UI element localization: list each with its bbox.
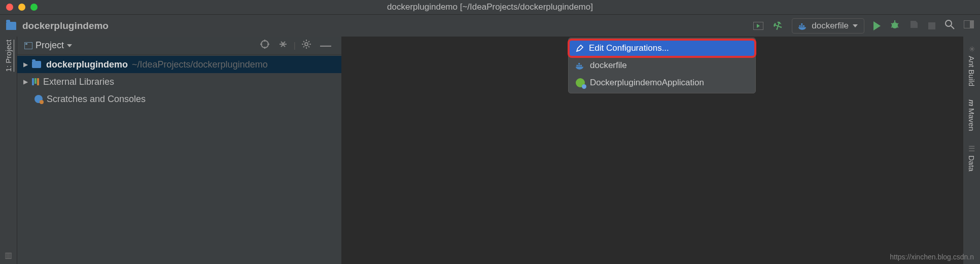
svg-rect-21 bbox=[25, 43, 27, 45]
svg-rect-15 bbox=[970, 20, 974, 28]
tool-database-tab[interactable]: ☰Data bbox=[967, 144, 976, 172]
svg-rect-4 bbox=[803, 25, 804, 26]
scratches-icon bbox=[34, 95, 43, 103]
expand-arrow-icon[interactable]: ▶ bbox=[23, 78, 28, 85]
collapse-all-icon[interactable] bbox=[275, 40, 291, 51]
spring-boot-icon bbox=[576, 78, 585, 87]
run-config-label: dockerfile bbox=[812, 21, 849, 31]
svg-rect-2 bbox=[799, 25, 801, 26]
build-icon[interactable]: ⚒ bbox=[773, 21, 783, 31]
project-panel-header: Project | — bbox=[17, 37, 341, 55]
stop-button-icon[interactable] bbox=[928, 22, 935, 29]
project-panel-title[interactable]: Project bbox=[36, 40, 64, 51]
svg-line-33 bbox=[303, 41, 304, 42]
coverage-icon[interactable] bbox=[909, 19, 919, 32]
gear-icon[interactable] bbox=[299, 40, 314, 51]
libraries-icon bbox=[32, 78, 39, 85]
svg-point-28 bbox=[305, 43, 308, 46]
run-config-dropdown: Edit Configurations... dockerfile Docker… bbox=[568, 38, 756, 93]
debug-button-icon[interactable] bbox=[890, 19, 900, 32]
svg-rect-19 bbox=[578, 63, 580, 64]
svg-point-6 bbox=[892, 22, 898, 28]
breadcrumb-project[interactable]: dockerplugindemo bbox=[22, 20, 109, 31]
run-dashboard-icon[interactable] bbox=[753, 21, 763, 31]
chevron-down-icon bbox=[853, 24, 858, 27]
side-panel-icon[interactable] bbox=[964, 20, 974, 31]
scratches-label: Scratches and Consoles bbox=[47, 94, 146, 105]
hide-icon[interactable]: — bbox=[317, 39, 334, 52]
expand-arrow-icon[interactable]: ▶ bbox=[23, 61, 28, 68]
svg-rect-3 bbox=[801, 25, 802, 26]
navigation-bar: dockerplugindemo ⚒ dockerfile bbox=[0, 14, 980, 37]
run-config-item-springapp[interactable]: DockerplugindemoApplication bbox=[569, 74, 755, 91]
svg-point-12 bbox=[946, 20, 952, 26]
docker-icon bbox=[576, 62, 585, 69]
project-tool-window: Project | — ▶ dockerplugindemo ~/IdeaPro… bbox=[17, 37, 342, 264]
run-button-icon[interactable] bbox=[873, 21, 881, 30]
dockerfile-label: dockerfile bbox=[590, 60, 627, 71]
svg-marker-1 bbox=[757, 24, 760, 28]
tree-scratches[interactable]: Scratches and Consoles bbox=[17, 90, 341, 108]
edit-configurations-item[interactable]: Edit Configurations... bbox=[569, 40, 755, 57]
project-tree: ▶ dockerplugindemo ~/IdeaProjects/docker… bbox=[17, 55, 341, 108]
run-config-item-dockerfile[interactable]: dockerfile bbox=[569, 57, 755, 74]
edit-configurations-label: Edit Configurations... bbox=[589, 43, 669, 53]
springapp-label: DockerplugindemoApplication bbox=[590, 78, 704, 88]
pencil-icon bbox=[576, 44, 584, 52]
tool-ant-tab[interactable]: ✳Ant Build bbox=[967, 45, 976, 86]
window-title: dockerplugindemo [~/IdeaProjects/dockerp… bbox=[0, 2, 980, 12]
structure-icon[interactable]: ▥ bbox=[5, 250, 12, 260]
folder-icon bbox=[32, 61, 41, 68]
tree-root-path: ~/IdeaProjects/dockerplugindemo bbox=[132, 59, 268, 70]
tree-root-node[interactable]: ▶ dockerplugindemo ~/IdeaProjects/docker… bbox=[17, 56, 341, 73]
tool-maven-tab[interactable]: mMaven bbox=[967, 100, 976, 131]
docker-icon bbox=[798, 22, 808, 29]
svg-line-34 bbox=[308, 46, 309, 47]
svg-rect-18 bbox=[580, 65, 582, 67]
tree-external-libraries[interactable]: ▶ External Libraries bbox=[17, 73, 341, 90]
title-bar: dockerplugindemo [~/IdeaProjects/dockerp… bbox=[0, 0, 980, 14]
svg-line-36 bbox=[308, 41, 309, 42]
svg-rect-17 bbox=[578, 65, 580, 67]
right-tool-stripe: ✳Ant Build mMaven ☰Data bbox=[963, 37, 980, 264]
project-view-icon bbox=[24, 42, 32, 50]
svg-line-13 bbox=[951, 26, 954, 29]
run-configuration-selector[interactable]: dockerfile bbox=[792, 18, 864, 34]
left-tool-stripe: 1: Project ▥ bbox=[0, 37, 17, 264]
tree-root-name: dockerplugindemo bbox=[46, 59, 128, 70]
external-libraries-label: External Libraries bbox=[43, 77, 114, 87]
svg-rect-16 bbox=[577, 65, 578, 67]
folder-icon bbox=[6, 22, 16, 30]
svg-rect-5 bbox=[801, 23, 802, 25]
chevron-down-icon[interactable] bbox=[67, 44, 72, 47]
tool-project-tab[interactable]: 1: Project bbox=[4, 40, 13, 72]
locate-icon[interactable] bbox=[257, 40, 272, 51]
search-icon[interactable] bbox=[944, 19, 955, 32]
svg-point-22 bbox=[261, 41, 268, 48]
watermark-text: https://xinchen.blog.csdn.n bbox=[890, 253, 974, 261]
svg-line-35 bbox=[303, 46, 304, 47]
